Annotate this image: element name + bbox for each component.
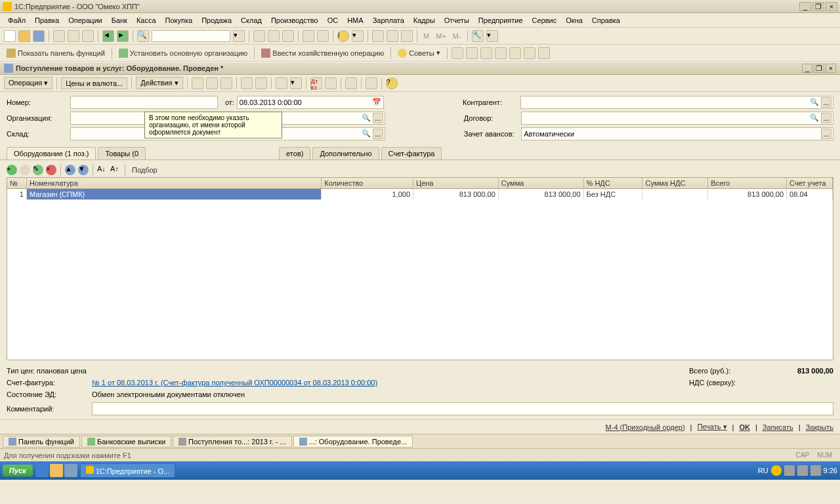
window-tab[interactable]: ...: Оборудование. Проведе... (293, 436, 413, 448)
window-tab[interactable]: Банковские выписки (81, 436, 171, 448)
window-tab[interactable]: Поступления то...: 2013 г. - ... (173, 436, 291, 448)
tool-icon[interactable]: ДтКт (310, 77, 322, 89)
calc-icon[interactable] (372, 30, 384, 42)
settings-icon[interactable]: 🔧 (472, 30, 484, 42)
tool-icon[interactable] (192, 77, 203, 89)
tool-icon[interactable] (452, 47, 463, 59)
sort-desc-icon[interactable]: A↑ (110, 165, 121, 175)
menu-enterprise[interactable]: Предприятие (474, 15, 527, 26)
operation-button[interactable]: Операция ▾ (4, 77, 52, 89)
col-sum[interactable]: Сумма (499, 178, 584, 188)
tool-icon[interactable] (303, 30, 314, 42)
menu-purchase[interactable]: Покупка (161, 15, 197, 26)
tab-additional[interactable]: Дополнительно (312, 147, 379, 159)
tool-icon[interactable] (401, 30, 413, 42)
tool-icon[interactable] (466, 47, 478, 59)
search-icon[interactable]: 🔍 (809, 97, 820, 108)
tool-icon[interactable] (509, 47, 521, 59)
menu-help[interactable]: Справка (588, 15, 624, 26)
contract-field[interactable]: ...🔍 (521, 112, 833, 125)
select-button[interactable]: ... (373, 113, 383, 123)
desktop-icon[interactable] (64, 464, 77, 477)
paste-icon[interactable] (82, 30, 94, 42)
tab-equipment[interactable]: Оборудование (1 поз.) (7, 147, 96, 159)
tray-icon[interactable] (784, 465, 795, 476)
search-icon[interactable]: 🔍 (361, 113, 371, 123)
menu-cash[interactable]: Касса (133, 15, 160, 26)
cut-icon[interactable] (53, 30, 65, 42)
close-button[interactable]: × (826, 2, 837, 11)
col-name[interactable]: Номенклатура (27, 178, 322, 188)
redo-icon[interactable]: ► (117, 30, 129, 42)
calendar-icon[interactable]: 📅 (371, 97, 382, 108)
select-items-button[interactable]: Подбор (129, 165, 160, 175)
advance-field[interactable]: Автоматически... (521, 127, 833, 140)
tips-button[interactable]: Советы▾ (395, 47, 442, 59)
tool-icon[interactable] (276, 77, 287, 89)
tool-icon[interactable] (325, 77, 337, 89)
search-icon[interactable]: 🔍 (361, 129, 371, 139)
move-down-icon[interactable]: ▼ (78, 165, 89, 175)
add-icon[interactable]: + (7, 165, 17, 175)
doc-minimize-button[interactable]: _ (802, 64, 812, 73)
col-account[interactable]: Счет учета (787, 178, 833, 188)
col-qty[interactable]: Количество (322, 178, 413, 188)
ie-icon[interactable] (35, 464, 49, 477)
menu-salary[interactable]: Зарплата (369, 15, 408, 26)
set-org-button[interactable]: Установить основную организацию (116, 47, 251, 59)
clock[interactable]: 9:26 (824, 467, 837, 474)
select-button[interactable]: ... (821, 129, 831, 139)
comment-field[interactable] (92, 402, 833, 415)
minimize-button[interactable]: _ (799, 2, 811, 11)
delete-icon[interactable]: × (46, 165, 56, 175)
tray-icon[interactable] (771, 465, 782, 476)
invoice-link[interactable]: № 1 от 08.03.2013 г. (Счет-фактура получ… (92, 379, 689, 387)
info-icon[interactable]: i (337, 30, 349, 42)
tray-icon[interactable] (797, 465, 808, 476)
volume-icon[interactable] (810, 465, 821, 476)
tool-icon[interactable] (495, 47, 507, 59)
col-price[interactable]: Цена (413, 178, 499, 188)
menu-edit[interactable]: Правка (31, 15, 63, 26)
tool-icon[interactable] (317, 30, 329, 42)
open-icon[interactable] (18, 30, 30, 42)
tool-icon[interactable] (538, 47, 550, 59)
col-vatsum[interactable]: Сумма НДС (642, 178, 708, 188)
tool-icon[interactable] (345, 77, 357, 89)
tool-icon[interactable] (253, 30, 265, 42)
move-up-icon[interactable]: ▲ (65, 165, 75, 175)
start-button[interactable]: Пуск (3, 465, 33, 476)
doc-restore-button[interactable]: ❐ (814, 64, 824, 73)
menu-service[interactable]: Сервис (528, 15, 561, 26)
search-icon[interactable]: 🔍 (809, 113, 820, 123)
tool-icon[interactable] (206, 77, 218, 89)
tool-icon[interactable] (524, 47, 536, 59)
doc-close-button[interactable]: × (826, 64, 836, 73)
search-dropdown-icon[interactable]: ▾ (233, 30, 245, 42)
calendar-icon[interactable] (387, 30, 398, 42)
undo-icon[interactable]: ◄ (102, 30, 114, 42)
tool-icon[interactable] (220, 77, 232, 89)
tool-icon[interactable] (268, 30, 280, 42)
window-tab[interactable]: Панель функций (3, 436, 80, 448)
enter-op-button[interactable]: Ввести хозяйственную операцию (259, 47, 387, 59)
edit-icon[interactable]: ✎ (33, 165, 43, 175)
menu-production[interactable]: Производство (267, 15, 322, 26)
copy-icon[interactable] (68, 30, 79, 42)
select-button[interactable]: ... (373, 129, 383, 139)
tool-icon[interactable] (255, 77, 267, 89)
ok-button[interactable]: OK (739, 423, 750, 431)
menu-operations[interactable]: Операции (64, 15, 106, 26)
menu-nma[interactable]: НМА (343, 15, 367, 26)
date-field[interactable]: 08.03.2013 0:00:00📅 (237, 96, 384, 109)
actions-button[interactable]: Действия ▾ (136, 77, 182, 89)
save-icon[interactable] (33, 30, 45, 42)
menu-sale[interactable]: Продажа (198, 15, 236, 26)
search-input[interactable] (152, 30, 230, 42)
save-button[interactable]: Записать (763, 423, 793, 431)
menu-warehouse[interactable]: Склад (237, 15, 266, 26)
tab-invoice[interactable]: Счет-фактура (381, 147, 442, 159)
tab-accounts[interactable]: етов) (279, 147, 310, 159)
dropdown-icon[interactable]: ▾ (486, 30, 498, 42)
lang-indicator[interactable]: RU (758, 467, 768, 474)
